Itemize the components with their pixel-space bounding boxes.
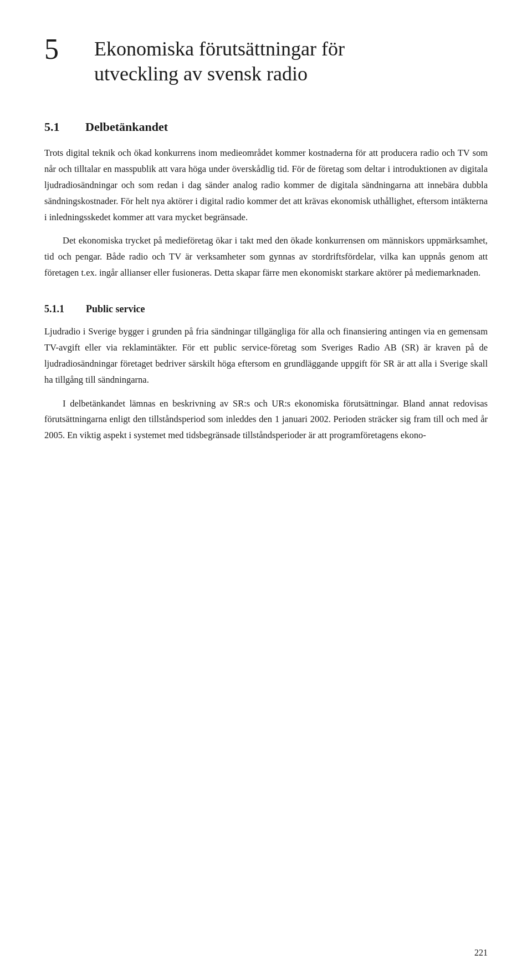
section-51-heading: 5.1 Delbetänkandet [44, 120, 488, 134]
section-511-heading: 5.1.1 Public service [44, 303, 488, 315]
section-51-para-2: Det ekonomiska trycket på medieföretag ö… [44, 233, 488, 281]
page-number: 221 [474, 948, 488, 958]
chapter-number: 5 [44, 33, 78, 65]
section-51-title: Delbetänkandet [85, 120, 168, 134]
content-area: 5 Ekonomiska förutsättningar förutveckli… [44, 33, 488, 444]
section-51-para-1: Trots digital teknik och ökad konkurrens… [44, 145, 488, 225]
section-511-title: Public service [86, 303, 145, 315]
chapter-title: Ekonomiska förutsättningar förutveckling… [94, 33, 345, 87]
page-container: 5 Ekonomiska förutsättningar förutveckli… [0, 0, 532, 980]
section-511-para-2: I delbetänkandet lämnas en beskrivning a… [44, 396, 488, 444]
section-51-number: 5.1 [44, 120, 72, 134]
chapter-header: 5 Ekonomiska förutsättningar förutveckli… [44, 33, 488, 87]
section-511-number: 5.1.1 [44, 303, 75, 315]
section-511-para-1: Ljudradio i Sverige bygger i grunden på … [44, 324, 488, 388]
